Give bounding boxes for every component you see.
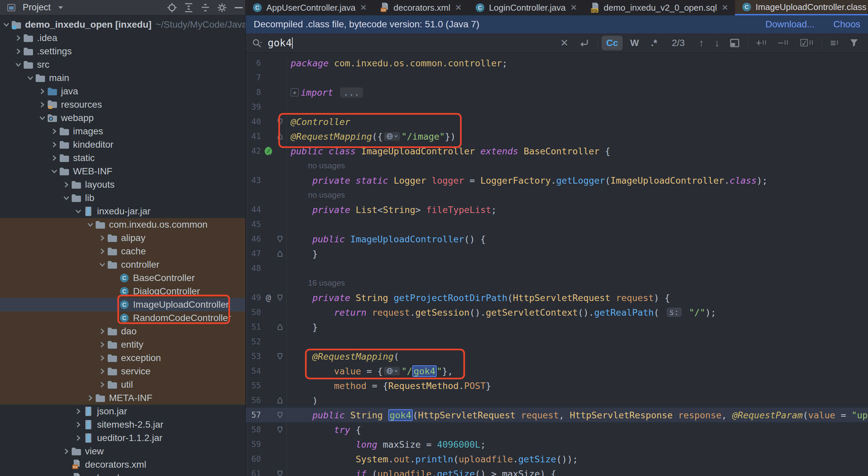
tree-item--settings[interactable]: .settings xyxy=(0,45,245,58)
close-tab-icon[interactable]: ✕ xyxy=(360,3,367,12)
code-line-56[interactable]: 56 ) xyxy=(246,393,868,408)
remove-occurrence-icon[interactable]: −II xyxy=(772,37,794,49)
code-line-60[interactable]: 60 System.out.println(uploadfile.getSize… xyxy=(246,452,868,466)
chevron-collapsed-icon[interactable] xyxy=(38,87,46,96)
tree-item-resources[interactable]: resources xyxy=(0,98,245,111)
chevron-collapsed-icon[interactable] xyxy=(62,180,71,189)
folded-imports-chip[interactable]: ... xyxy=(340,87,363,98)
chevron-expanded-icon[interactable] xyxy=(14,60,23,69)
chevron-expanded-icon[interactable] xyxy=(50,167,59,176)
code-line-46[interactable]: 46 public ImageUploadController() { xyxy=(246,232,868,246)
url-mapping-globe-icon[interactable] xyxy=(384,367,400,375)
usages-inlay-row[interactable]: no usages xyxy=(246,158,868,173)
usages-hint[interactable]: no usages xyxy=(291,190,345,200)
chevron-collapsed-icon[interactable] xyxy=(98,354,107,362)
tree-item-dao[interactable]: dao xyxy=(0,325,245,338)
search-icon[interactable] xyxy=(250,38,264,48)
code-text[interactable]: if (uploadfile.getSize() > maxSize) { xyxy=(286,466,868,476)
tree-item-layouts[interactable]: layouts xyxy=(0,178,245,191)
tree-item-kindeditor[interactable]: kindeditor xyxy=(0,138,245,151)
tree-item-java[interactable]: java xyxy=(0,85,245,98)
code-line-6[interactable]: 6package com.inxedu.os.common.controller… xyxy=(246,56,868,70)
code-text[interactable]: method = {RequestMethod.POST} xyxy=(286,378,868,393)
whole-words-toggle[interactable]: W xyxy=(625,36,643,50)
code-text[interactable] xyxy=(286,261,868,276)
tree-item-demo-inxedu-open-inxedu-[interactable]: demo_inxedu_open [inxedu]~/Study/MyCode/… xyxy=(0,18,245,31)
tree-item-cache[interactable]: cache xyxy=(0,245,245,258)
tree-item-inxedu-jar-jar[interactable]: inxedu-jar.jar xyxy=(0,205,245,218)
code-line-53[interactable]: 53 @RequestMapping( xyxy=(246,349,868,364)
match-case-toggle[interactable]: Cc xyxy=(602,36,623,50)
fold-marker-icon[interactable] xyxy=(276,250,284,257)
expand-fold-icon[interactable]: + xyxy=(291,88,299,96)
chevron-expanded-icon[interactable] xyxy=(74,207,83,216)
code-line-49[interactable]: 49@ private String getProjectRootDirPath… xyxy=(246,290,868,305)
tree-item-com-inxedu-os-common[interactable]: com.inxedu.os.common xyxy=(0,218,245,231)
tree-item-alipay[interactable]: alipay xyxy=(0,231,245,245)
search-match-highlight[interactable]: gok4 xyxy=(388,409,413,421)
code-line-58[interactable]: 58 try { xyxy=(246,422,868,437)
tab-appusercontroller-java[interactable]: CAppUserController.java✕ xyxy=(246,0,373,15)
usages-inlay-row[interactable]: no usages xyxy=(246,188,868,202)
code-line-57[interactable]: 57 public String gok4(HttpServletRequest… xyxy=(246,408,868,422)
code-text[interactable]: public String gok4(HttpServletRequest re… xyxy=(286,408,868,422)
usages-hint[interactable]: 16 usages xyxy=(291,278,345,288)
chevron-collapsed-icon[interactable] xyxy=(86,394,95,402)
url-mapping-globe-icon[interactable] xyxy=(384,132,400,141)
tree-item-controller[interactable]: controller xyxy=(0,258,245,271)
code-line-40[interactable]: 40@Controller xyxy=(246,114,868,129)
expand-all-icon[interactable] xyxy=(182,1,195,14)
code-text[interactable]: @Controller xyxy=(286,114,868,129)
code-text[interactable]: private String getProjectRootDirPath(Htt… xyxy=(286,290,868,305)
panel-title[interactable]: Project xyxy=(23,2,51,13)
tree-item-exception[interactable]: exception xyxy=(0,351,245,365)
chevron-expanded-icon[interactable] xyxy=(38,114,46,122)
code-line-39[interactable]: 39 xyxy=(246,100,868,114)
tab-decorators-xml[interactable]: <>decorators.xml✕ xyxy=(373,0,468,15)
locate-icon[interactable] xyxy=(165,1,179,14)
hide-panel-icon[interactable] xyxy=(232,1,245,14)
chevron-collapsed-icon[interactable] xyxy=(50,140,59,149)
chevron-collapsed-icon[interactable] xyxy=(98,234,107,242)
code-text[interactable] xyxy=(286,100,868,114)
filter-funnel-icon[interactable] xyxy=(844,39,864,47)
code-text[interactable]: return request.getSession().getServletCo… xyxy=(286,305,868,320)
chevron-expanded-icon[interactable] xyxy=(2,20,11,29)
chevron-collapsed-icon[interactable] xyxy=(14,47,23,56)
tree-item-images[interactable]: images xyxy=(0,125,245,138)
code-text[interactable] xyxy=(286,217,868,232)
select-all-occurrences-icon[interactable]: ☑II xyxy=(794,37,819,49)
chevron-collapsed-icon[interactable] xyxy=(50,154,59,162)
code-line-59[interactable]: 59 long maxSize = 4096000L; xyxy=(246,437,868,452)
fold-marker-icon[interactable] xyxy=(276,470,284,476)
search-match-highlight[interactable]: gok4 xyxy=(412,365,437,377)
close-tab-icon[interactable]: ✕ xyxy=(722,3,728,12)
code-text[interactable]: ) xyxy=(286,393,868,408)
code-line-61[interactable]: 61 if (uploadfile.getSize() > maxSize) { xyxy=(246,466,868,476)
regex-toggle[interactable]: .* xyxy=(646,36,662,50)
tree-item-static[interactable]: static xyxy=(0,151,245,165)
chevron-collapsed-icon[interactable] xyxy=(62,447,71,456)
at-annotation-icon[interactable]: @ xyxy=(261,293,276,303)
code-text[interactable]: private static Logger logger = LoggerFac… xyxy=(286,173,868,188)
tree-item-lib[interactable]: lib xyxy=(0,191,245,205)
tab-imageuploadcontroller-class[interactable]: CImageUploadController.class✕ xyxy=(735,0,868,15)
chevron-collapsed-icon[interactable] xyxy=(74,407,83,416)
chevron-collapsed-icon[interactable] xyxy=(74,420,83,429)
tree-item-web-xml[interactable]: <>web.xml xyxy=(0,471,245,476)
tree-item-json-jar[interactable]: json.jar xyxy=(0,405,245,418)
close-tab-icon[interactable]: ✕ xyxy=(570,3,577,12)
code-line-51[interactable]: 51 } xyxy=(246,320,868,334)
chevron-expanded-icon[interactable] xyxy=(98,260,107,269)
tree-item-src[interactable]: src xyxy=(0,58,245,71)
fold-marker-icon[interactable] xyxy=(276,294,284,301)
chevron-collapsed-icon[interactable] xyxy=(98,340,107,349)
usages-hint[interactable]: no usages xyxy=(291,161,345,170)
code-text[interactable] xyxy=(286,334,868,349)
fold-marker-icon[interactable] xyxy=(276,236,284,242)
chevron-expanded-icon[interactable] xyxy=(62,194,71,202)
code-line-8[interactable]: 8+import ... xyxy=(246,85,868,100)
tree-item-sitemesh-2-5-jar[interactable]: sitemesh-2.5.jar xyxy=(0,418,245,431)
clear-icon[interactable]: ✕ xyxy=(555,37,574,49)
fold-marker-icon[interactable] xyxy=(276,412,284,418)
